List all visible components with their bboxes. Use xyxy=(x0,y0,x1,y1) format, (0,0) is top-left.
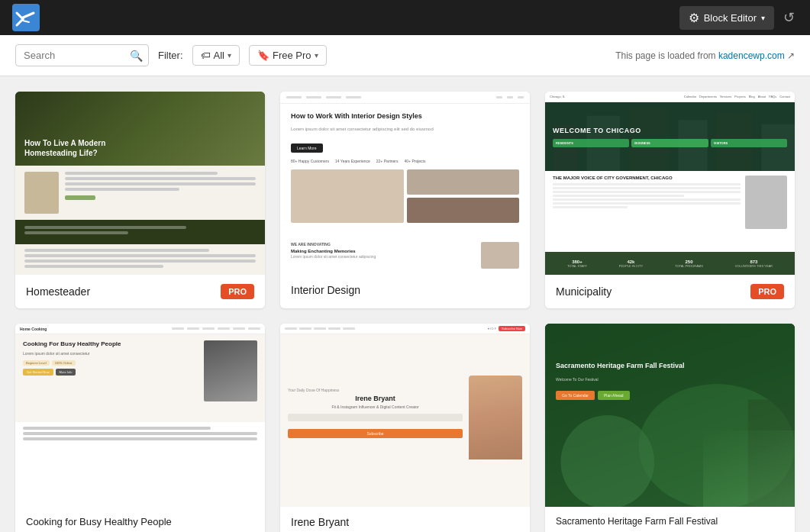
block-editor-label: Block Editor xyxy=(704,12,757,24)
interior-name: Interior Design xyxy=(291,284,360,296)
influencer-footer: Irene Bryant xyxy=(280,507,530,532)
top-bar: ⚙ Block Editor ▾ ↺ xyxy=(0,0,810,35)
refresh-icon: ↺ xyxy=(783,10,795,25)
search-icon[interactable]: 🔍 xyxy=(130,50,143,62)
interior-hero: How to Work With Interior Design Styles … xyxy=(280,104,530,236)
cooking-name: Cooking for Busy Healthy People xyxy=(26,516,172,527)
homesteader-person-img xyxy=(24,172,59,214)
municipality-stats: 380+TOTAL STAFF 42kPEOPLE IN CITY 250TOT… xyxy=(545,252,795,275)
cooking-hero: Cooking For Busy Healthy People Lorem ip… xyxy=(15,334,265,422)
templates-grid: How To Live A Modern Homesteading Life? xyxy=(0,76,810,532)
gear-icon: ⚙ xyxy=(689,11,699,25)
cooking-person-img xyxy=(204,340,257,401)
municipality-name: Municipality xyxy=(556,285,612,298)
influencer-hero: Your Daily Dose Of Happiness Irene Bryan… xyxy=(280,334,530,507)
homesteader-footer: Homesteader PRO xyxy=(15,275,265,308)
block-editor-button[interactable]: ⚙ Block Editor ▾ xyxy=(679,6,774,30)
app-logo xyxy=(12,4,40,31)
refresh-button[interactable]: ↺ xyxy=(780,6,798,29)
homesteader-thumbnail: How To Live A Modern Homesteading Life? xyxy=(15,92,265,275)
influencer-thumbnail: ♥ IG F Subscribe Now Your Daily Dose Of … xyxy=(280,324,530,507)
freepro-filter-label: Free Pro xyxy=(273,50,311,61)
farm-name: Sacramento Heritage Farm Fall Festival xyxy=(556,516,718,527)
influencer-nav: ♥ IG F Subscribe Now xyxy=(280,324,530,334)
interior-footer: Interior Design xyxy=(280,275,530,305)
kadencewp-link[interactable]: kadencewp.com xyxy=(718,50,785,61)
interior-thumbnail: How to Work With Interior Design Styles … xyxy=(280,92,530,275)
search-wrapper: 🔍 xyxy=(15,44,149,66)
chevron-down-icon: ▾ xyxy=(761,14,765,22)
cooking-thumbnail: Home Cooking Cooking For Busy Healthy Pe… xyxy=(15,324,265,507)
template-card-influencer[interactable]: ♥ IG F Subscribe Now Your Daily Dose Of … xyxy=(280,324,530,532)
interior-making-section: WE ARE INNOVATING Making Enchanting Memo… xyxy=(280,236,530,275)
municipality-nav: Chicago, IL Calendar Departments Service… xyxy=(545,92,795,102)
farm-thumbnail: Sacramento Heritage Farm Fall Festival W… xyxy=(545,324,795,507)
municipality-footer: Municipality PRO xyxy=(545,275,795,308)
municipality-thumbnail: Chicago, IL Calendar Departments Service… xyxy=(545,92,795,275)
cooking-nav: Home Cooking xyxy=(15,324,265,334)
all-filter-label: All xyxy=(214,50,224,61)
filter-bar: 🔍 Filter: 🏷 All ▾ 🔖 Free Pro ▾ This page… xyxy=(0,35,810,76)
all-filter-chevron: ▾ xyxy=(228,51,231,60)
svg-rect-0 xyxy=(12,4,40,31)
municipality-badge: PRO xyxy=(750,284,784,299)
template-card-interior-design[interactable]: How to Work With Interior Design Styles … xyxy=(280,92,530,308)
homesteader-badge: PRO xyxy=(221,284,254,299)
tag-icon: 🏷 xyxy=(201,50,211,61)
template-card-homesteader[interactable]: How To Live A Modern Homesteading Life? xyxy=(15,92,265,308)
homesteader-text-lines xyxy=(65,172,256,202)
top-bar-right: ⚙ Block Editor ▾ ↺ xyxy=(679,6,798,30)
search-input[interactable] xyxy=(15,44,149,66)
all-filter-button[interactable]: 🏷 All ▾ xyxy=(192,45,240,66)
homesteader-hero-text: How To Live A Modern Homesteading Life? xyxy=(24,138,152,158)
bookmark-icon: 🔖 xyxy=(257,50,269,61)
template-card-municipality[interactable]: Chicago, IL Calendar Departments Service… xyxy=(545,92,795,308)
farm-footer: Sacramento Heritage Farm Fall Festival xyxy=(545,507,795,532)
municipality-content: THE MAJOR VOICE OF CITY GOVERNMENT, CHIC… xyxy=(545,171,795,252)
municipality-hero: WELCOME TO CHICAGO RESIDENTS BUSINESS VI… xyxy=(545,102,795,171)
interior-nav xyxy=(280,92,530,104)
filter-label: Filter: xyxy=(158,50,183,61)
influencer-name: Irene Bryant xyxy=(291,516,349,528)
template-card-cooking[interactable]: Home Cooking Cooking For Busy Healthy Pe… xyxy=(15,324,265,532)
template-card-farm[interactable]: Sacramento Heritage Farm Fall Festival W… xyxy=(545,324,795,532)
homesteader-name: Homesteader xyxy=(26,285,90,298)
freepro-filter-button[interactable]: 🔖 Free Pro ▾ xyxy=(249,45,327,66)
cooking-footer: Cooking for Busy Healthy People xyxy=(15,507,265,532)
freepro-filter-chevron: ▾ xyxy=(315,51,318,60)
loaded-from-text: This page is loaded from kadencewp.com ↗ xyxy=(615,50,795,61)
